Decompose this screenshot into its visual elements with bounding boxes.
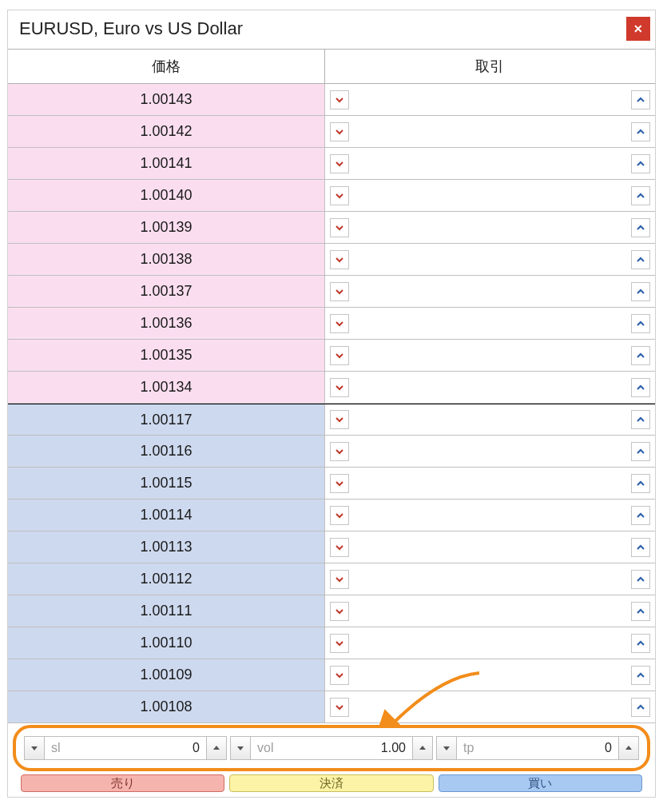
price-cell[interactable]: 1.00108 (8, 691, 325, 722)
tp-increment-button[interactable] (618, 736, 639, 760)
buy-at-price-button[interactable] (631, 250, 650, 269)
trade-cell (325, 84, 655, 115)
buy-at-price-button[interactable] (631, 378, 650, 397)
sell-at-price-button[interactable] (330, 122, 349, 141)
price-cell[interactable]: 1.00139 (8, 212, 325, 243)
sell-at-price-button[interactable] (330, 346, 349, 365)
buy-button[interactable]: 買い (439, 774, 642, 792)
price-cell[interactable]: 1.00136 (8, 308, 325, 339)
buy-at-price-button[interactable] (631, 698, 650, 717)
action-buttons: 売り 決済 買い (8, 771, 655, 797)
buy-at-price-button[interactable] (631, 602, 650, 621)
sell-at-price-button[interactable] (330, 282, 349, 301)
sl-input[interactable]: sl 0 (45, 736, 206, 760)
price-cell[interactable]: 1.00114 (8, 500, 325, 531)
vol-value: 1.00 (381, 741, 406, 755)
vol-increment-button[interactable] (412, 736, 433, 760)
price-cell[interactable]: 1.00111 (8, 595, 325, 627)
tp-decrement-button[interactable] (436, 736, 457, 760)
price-cell[interactable]: 1.00135 (8, 340, 325, 371)
ladder-row: 1.00108 (8, 691, 655, 723)
sell-at-price-button[interactable] (330, 442, 349, 461)
price-cell[interactable]: 1.00115 (8, 468, 325, 499)
buy-at-price-button[interactable] (631, 90, 650, 109)
sell-at-price-button[interactable] (330, 634, 349, 653)
price-cell[interactable]: 1.00143 (8, 84, 325, 115)
vol-stepper: vol 1.00 (230, 736, 433, 760)
buy-at-price-button[interactable] (631, 410, 650, 429)
sell-at-price-button[interactable] (330, 378, 349, 397)
buy-at-price-button[interactable] (631, 186, 650, 205)
buy-at-price-button[interactable] (631, 122, 650, 141)
sell-at-price-button[interactable] (330, 698, 349, 717)
vol-decrement-button[interactable] (230, 736, 251, 760)
sell-at-price-button[interactable] (330, 90, 349, 109)
sell-at-price-button[interactable] (330, 218, 349, 237)
buy-at-price-button[interactable] (631, 570, 650, 589)
sell-at-price-button[interactable] (330, 410, 349, 429)
trade-cell (325, 212, 655, 243)
sell-at-price-button[interactable] (330, 314, 349, 333)
ladder-row: 1.00117 (8, 404, 655, 436)
trade-cell (325, 627, 655, 659)
sell-at-price-button[interactable] (330, 538, 349, 557)
vol-placeholder: vol (257, 741, 273, 755)
sl-increment-button[interactable] (206, 736, 227, 760)
trade-cell (325, 148, 655, 179)
price-cell[interactable]: 1.00141 (8, 148, 325, 179)
price-cell[interactable]: 1.00137 (8, 276, 325, 307)
trade-cell (325, 116, 655, 147)
close-position-button[interactable]: 決済 (229, 774, 433, 792)
sell-at-price-button[interactable] (330, 602, 349, 621)
trade-cell (325, 340, 655, 371)
trade-cell (325, 372, 655, 403)
ladder-row: 1.00142 (8, 116, 655, 148)
price-cell[interactable]: 1.00110 (8, 627, 325, 659)
dom-window: EURUSD, Euro vs US Dollar ✕ 価格 取引 1.0014… (7, 10, 656, 798)
trade-cell (325, 595, 655, 627)
trade-cell (325, 468, 655, 499)
buy-at-price-button[interactable] (631, 346, 650, 365)
ladder-row: 1.00140 (8, 180, 655, 212)
buy-at-price-button[interactable] (631, 442, 650, 461)
trade-cell (325, 659, 655, 691)
ladder-row: 1.00115 (8, 468, 655, 500)
price-cell[interactable]: 1.00138 (8, 244, 325, 275)
price-cell[interactable]: 1.00112 (8, 563, 325, 595)
ladder-row: 1.00135 (8, 340, 655, 372)
price-cell[interactable]: 1.00140 (8, 180, 325, 211)
price-cell[interactable]: 1.00109 (8, 659, 325, 691)
price-cell[interactable]: 1.00134 (8, 372, 325, 403)
sell-at-price-button[interactable] (330, 474, 349, 493)
sell-at-price-button[interactable] (330, 570, 349, 589)
tp-input[interactable]: tp 0 (457, 736, 618, 760)
vol-input[interactable]: vol 1.00 (251, 736, 412, 760)
trade-cell (325, 436, 655, 467)
buy-at-price-button[interactable] (631, 154, 650, 173)
sell-at-price-button[interactable] (330, 154, 349, 173)
buy-at-price-button[interactable] (631, 282, 650, 301)
close-label: 決済 (320, 776, 343, 791)
sell-at-price-button[interactable] (330, 506, 349, 525)
ladder-row: 1.00134 (8, 372, 655, 404)
sell-at-price-button[interactable] (330, 250, 349, 269)
ladder-row: 1.00111 (8, 595, 655, 627)
buy-at-price-button[interactable] (631, 474, 650, 493)
close-button[interactable]: ✕ (626, 17, 650, 41)
price-cell[interactable]: 1.00117 (8, 404, 325, 435)
buy-at-price-button[interactable] (631, 314, 650, 333)
buy-at-price-button[interactable] (631, 218, 650, 237)
buy-at-price-button[interactable] (631, 634, 650, 653)
sell-at-price-button[interactable] (330, 186, 349, 205)
sell-at-price-button[interactable] (330, 666, 349, 685)
price-cell[interactable]: 1.00116 (8, 436, 325, 467)
buy-label: 買い (528, 776, 552, 791)
sell-button[interactable]: 売り (21, 774, 224, 792)
sl-decrement-button[interactable] (24, 736, 45, 760)
buy-at-price-button[interactable] (631, 666, 650, 685)
price-cell[interactable]: 1.00113 (8, 531, 325, 563)
buy-at-price-button[interactable] (631, 506, 650, 525)
buy-at-price-button[interactable] (631, 538, 650, 557)
price-cell[interactable]: 1.00142 (8, 116, 325, 147)
ladder-row: 1.00110 (8, 627, 655, 659)
